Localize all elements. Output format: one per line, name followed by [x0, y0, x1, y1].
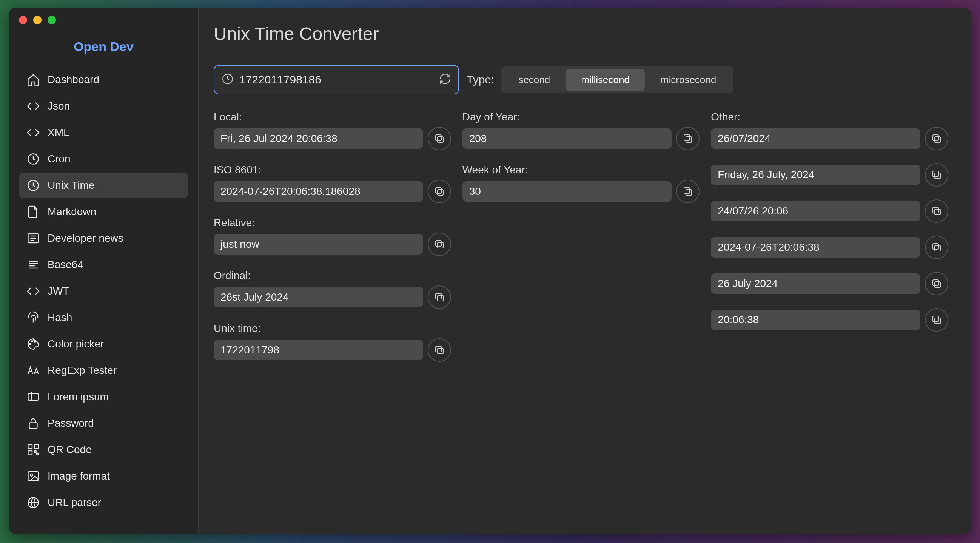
iso-label: ISO 8601:	[214, 164, 451, 176]
copy-ordinal-button[interactable]	[428, 285, 451, 309]
palette-icon	[25, 336, 41, 352]
close-icon[interactable]	[19, 16, 27, 24]
timestamp-input-wrap	[214, 65, 459, 94]
svg-rect-34	[933, 171, 939, 177]
svg-rect-42	[933, 316, 939, 322]
sidebar-item-unix-time[interactable]: Unix Time	[19, 173, 188, 198]
sidebar-item-image-format[interactable]: Image format	[19, 463, 188, 489]
svg-rect-12	[37, 453, 38, 455]
timestamp-input[interactable]	[239, 73, 433, 86]
sidebar-item-developer-news[interactable]: Developer news	[19, 225, 188, 251]
other-value-2: 24/07/26 20:06	[711, 201, 920, 221]
ordinal-label: Ordinal:	[214, 270, 451, 282]
sidebar-item-label: Color picker	[48, 338, 104, 350]
sidebar-item-label: Image format	[48, 470, 110, 482]
copy-doy-button[interactable]	[676, 127, 700, 150]
svg-rect-27	[686, 137, 692, 142]
svg-rect-9	[34, 445, 38, 449]
copy-woy-button[interactable]	[676, 180, 700, 203]
svg-rect-10	[28, 451, 32, 455]
svg-rect-19	[438, 189, 443, 195]
type-segmented-control: secondmillisecondmicrosecond	[501, 67, 733, 93]
sidebar-item-hash[interactable]: Hash	[19, 305, 188, 330]
type-option-millisecond[interactable]: millisecond	[566, 69, 645, 91]
type-option-second[interactable]: second	[503, 69, 565, 91]
sidebar-item-label: Json	[48, 100, 70, 112]
refresh-icon[interactable]	[439, 73, 452, 87]
type-label: Type:	[466, 73, 494, 86]
app-brand: Open Dev	[14, 31, 193, 67]
other-value-5: 20:06:38	[711, 310, 920, 330]
other-value-4: 26 July 2024	[711, 273, 920, 294]
svg-rect-33	[935, 173, 940, 178]
doy-label: Day of Year:	[463, 111, 700, 123]
svg-rect-28	[684, 135, 690, 140]
sidebar-item-label: URL parser	[48, 497, 101, 509]
sidebar: Open Dev DashboardJsonXMLCronUnix TimeMa…	[9, 8, 199, 534]
other-value-0: 26/07/2024	[711, 128, 920, 149]
sidebar-item-dashboard[interactable]: Dashboard	[19, 67, 188, 92]
sidebar-item-label: Developer news	[48, 232, 123, 244]
type-option-microsecond[interactable]: microsecond	[646, 69, 731, 91]
sidebar-item-markdown[interactable]: Markdown	[19, 199, 188, 225]
svg-rect-41	[935, 318, 940, 323]
svg-rect-24	[436, 293, 441, 299]
copy-iso-button[interactable]	[428, 180, 451, 203]
sidebar-item-label: JWT	[48, 285, 70, 297]
minimize-icon[interactable]	[33, 16, 41, 24]
copy-relative-button[interactable]	[428, 232, 451, 256]
copy-other-5-button[interactable]	[925, 308, 948, 331]
svg-rect-38	[933, 244, 939, 249]
clock-icon	[25, 178, 41, 193]
copy-other-4-button[interactable]	[925, 272, 948, 295]
svg-rect-37	[935, 245, 940, 251]
sidebar-item-qr-code[interactable]: QR Code	[19, 437, 188, 463]
svg-rect-11	[34, 451, 36, 453]
svg-rect-35	[935, 209, 940, 215]
copy-other-2-button[interactable]	[925, 199, 948, 223]
copy-local-button[interactable]	[428, 127, 451, 150]
code-icon	[25, 283, 41, 299]
copy-other-3-button[interactable]	[925, 236, 948, 259]
code-icon	[25, 99, 41, 114]
sidebar-item-jwt[interactable]: JWT	[19, 278, 188, 304]
svg-rect-8	[28, 445, 32, 449]
svg-point-3	[30, 343, 31, 345]
svg-rect-18	[436, 135, 441, 140]
clock-icon	[221, 73, 234, 87]
results-columns: Local: Fri, 26 Jul 2024 20:06:38 ISO 860…	[214, 107, 948, 371]
sidebar-item-json[interactable]: Json	[19, 93, 188, 119]
unixtime-value: 1722011798	[214, 340, 423, 360]
sidebar-item-url-parser[interactable]: URL parser	[19, 490, 188, 516]
other-label: Other:	[711, 111, 948, 123]
svg-rect-22	[436, 240, 441, 246]
sidebar-item-xml[interactable]: XML	[19, 120, 188, 145]
file-icon	[25, 204, 41, 220]
svg-rect-7	[29, 423, 37, 428]
copy-unixtime-button[interactable]	[428, 338, 451, 362]
sidebar-item-regexp-tester[interactable]: RegExp Tester	[19, 358, 188, 383]
sidebar-item-lorem-ipsum[interactable]: Lorem ipsum	[19, 384, 188, 410]
sidebar-item-cron[interactable]: Cron	[19, 146, 188, 172]
maximize-icon[interactable]	[48, 16, 56, 24]
svg-rect-20	[436, 188, 441, 193]
lines-icon	[25, 257, 41, 272]
ordinal-value: 26st July 2024	[214, 287, 423, 307]
input-row: Type: secondmillisecondmicrosecond	[214, 65, 948, 94]
local-label: Local:	[214, 111, 451, 123]
relative-label: Relative:	[214, 217, 451, 229]
relative-value: just now	[214, 234, 423, 255]
column-1: Local: Fri, 26 Jul 2024 20:06:38 ISO 860…	[214, 107, 451, 371]
sidebar-item-label: RegExp Tester	[48, 365, 117, 376]
sidebar-item-password[interactable]: Password	[19, 411, 188, 436]
sidebar-item-color-picker[interactable]: Color picker	[19, 331, 188, 357]
svg-rect-25	[438, 348, 443, 354]
copy-other-1-button[interactable]	[925, 163, 948, 186]
sidebar-item-label: Markdown	[48, 206, 96, 218]
code-icon	[25, 125, 41, 140]
copy-other-0-button[interactable]	[925, 127, 948, 150]
fingerprint-icon	[25, 310, 41, 325]
lock-icon	[25, 416, 41, 431]
app-window: Open Dev DashboardJsonXMLCronUnix TimeMa…	[9, 8, 971, 534]
sidebar-item-base64[interactable]: Base64	[19, 252, 188, 277]
